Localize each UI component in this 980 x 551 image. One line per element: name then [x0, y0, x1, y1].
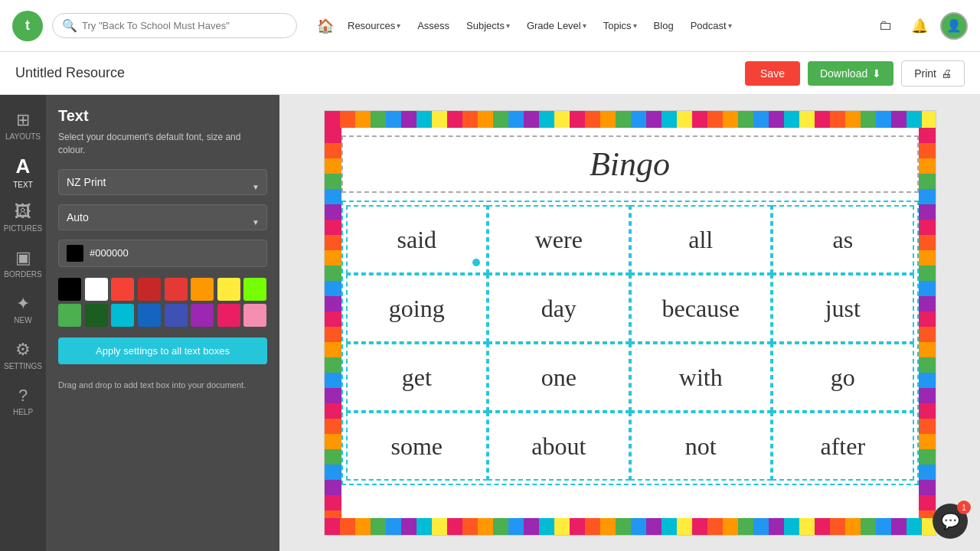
bingo-cell[interactable]: after	[772, 412, 914, 481]
bingo-grid-container: saidwereallasgoingdaybecausejustgetonewi…	[341, 201, 919, 485]
nav-links: 🏠 Resources ▾ Assess Subjects ▾ Grade Le…	[314, 15, 864, 37]
bingo-cell[interactable]: just	[772, 274, 914, 343]
panel-title: Text	[58, 107, 267, 125]
print-button[interactable]: Print 🖨	[901, 60, 965, 86]
color-cell[interactable]	[111, 278, 134, 301]
sidebar: ⊞ LAYOUTS A TEXT 🖼 PICTURES ▣ BORDERS ✦ …	[0, 95, 46, 551]
bingo-cell[interactable]: with	[630, 343, 773, 412]
nav-gradelevel[interactable]: Grade Level ▾	[521, 15, 593, 36]
color-cell[interactable]	[85, 304, 108, 327]
color-cell[interactable]	[191, 278, 214, 301]
color-preview-box	[67, 245, 83, 262]
chat-icon: 💬	[941, 512, 960, 530]
canvas-area[interactable]: Bingo saidwereallasgoingdaybecausejustge…	[279, 95, 980, 551]
nav-resources[interactable]: Resources ▾	[341, 15, 407, 36]
bingo-cell[interactable]: all	[630, 205, 773, 274]
download-button[interactable]: Download ⬇	[808, 61, 893, 86]
color-cell[interactable]	[58, 304, 81, 327]
nav-podcast[interactable]: Podcast ▾	[684, 15, 738, 36]
bell-icon[interactable]: 🔔	[906, 13, 933, 39]
color-cell[interactable]	[138, 278, 161, 301]
save-button[interactable]: Save	[745, 61, 800, 86]
bingo-cell[interactable]: not	[630, 412, 773, 481]
color-cell[interactable]	[85, 278, 108, 301]
layouts-icon: ⊞	[16, 110, 30, 130]
home-icon[interactable]: 🏠	[314, 15, 337, 37]
search-bar[interactable]: 🔍	[52, 13, 297, 38]
nav-blog[interactable]: Blog	[648, 15, 680, 36]
color-cell[interactable]	[243, 278, 266, 301]
folder-icon[interactable]: 🗀	[873, 13, 899, 39]
border-left	[325, 128, 341, 518]
search-input[interactable]	[82, 20, 287, 31]
chat-widget[interactable]: 💬 1	[933, 504, 968, 539]
apply-settings-button[interactable]: Apply settings to all text boxes	[58, 337, 267, 364]
color-cell[interactable]	[191, 304, 214, 327]
color-cell[interactable]	[165, 304, 188, 327]
settings-icon: ⚙	[15, 340, 31, 360]
logo-letter: t	[25, 18, 30, 34]
color-cell[interactable]	[58, 278, 81, 301]
text-panel: Text Select your document's default font…	[46, 95, 279, 551]
bingo-cell[interactable]: because	[630, 274, 773, 343]
subheader: Untitled Resource Save Download ⬇ Print …	[0, 52, 980, 95]
help-icon: ?	[18, 386, 28, 406]
nav-icons: 🗀 🔔 👤	[873, 12, 968, 40]
color-cell[interactable]	[138, 304, 161, 327]
color-grid	[58, 278, 267, 327]
logo[interactable]: t	[12, 11, 43, 41]
size-select[interactable]: Auto 81012 141618 2436	[58, 204, 267, 230]
bingo-cell[interactable]: as	[772, 205, 914, 274]
sidebar-item-new[interactable]: ✦ NEW	[0, 286, 46, 332]
chevron-down-icon: ▾	[728, 21, 732, 30]
nav-subjects[interactable]: Subjects ▾	[460, 15, 516, 36]
color-value: #000000	[90, 247, 129, 259]
font-select[interactable]: NZ Print Arial Comic Sans Times New Roma…	[58, 169, 267, 195]
new-icon: ✦	[16, 294, 30, 314]
sidebar-item-layouts[interactable]: ⊞ LAYOUTS	[0, 103, 46, 148]
color-cell[interactable]	[111, 304, 134, 327]
panel-description: Select your document's default font, siz…	[58, 131, 267, 157]
bingo-title: Bingo	[590, 145, 670, 183]
color-cell[interactable]	[217, 278, 240, 301]
chevron-down-icon: ▾	[583, 21, 586, 30]
page-title: Untitled Resource	[15, 65, 125, 81]
chat-badge: 1	[957, 500, 971, 514]
bingo-cell[interactable]: go	[772, 343, 914, 412]
color-swatch[interactable]: #000000	[58, 240, 267, 267]
bingo-cell[interactable]: some	[346, 412, 488, 481]
cursor-dot	[472, 259, 480, 266]
font-select-wrapper: NZ Print Arial Comic Sans Times New Roma…	[58, 169, 267, 204]
print-icon: 🖨	[941, 67, 952, 80]
sidebar-item-borders[interactable]: ▣ BORDERS	[0, 240, 46, 286]
border-right	[919, 128, 936, 518]
bingo-cell[interactable]: about	[488, 412, 630, 481]
size-select-wrapper: Auto 81012 141618 2436	[58, 204, 267, 240]
main-layout: ⊞ LAYOUTS A TEXT 🖼 PICTURES ▣ BORDERS ✦ …	[0, 95, 980, 551]
bingo-cell[interactable]: get	[346, 343, 488, 412]
download-icon: ⬇	[872, 67, 881, 80]
search-icon: 🔍	[62, 18, 77, 33]
sidebar-item-help[interactable]: ? HELP	[0, 378, 46, 424]
bingo-cell[interactable]: were	[488, 205, 630, 274]
color-cell[interactable]	[165, 278, 188, 301]
bingo-title-box[interactable]: Bingo	[341, 135, 919, 193]
drag-hint: Drag and drop to add text box into your …	[58, 380, 267, 391]
nav-assess[interactable]: Assess	[411, 15, 456, 36]
sidebar-item-text[interactable]: A TEXT	[0, 148, 46, 194]
pictures-icon: 🖼	[15, 202, 31, 222]
sidebar-item-pictures[interactable]: 🖼 PICTURES	[0, 194, 46, 240]
nav-topics[interactable]: Topics ▾	[597, 15, 643, 36]
bingo-cell[interactable]: going	[346, 274, 488, 343]
chevron-down-icon: ▾	[397, 21, 400, 30]
bingo-cell[interactable]: day	[488, 274, 630, 343]
avatar[interactable]: 👤	[940, 12, 968, 40]
color-cell[interactable]	[217, 304, 240, 327]
sidebar-item-settings[interactable]: ⚙ SETTINGS	[0, 332, 46, 378]
borders-icon: ▣	[15, 248, 31, 268]
top-navigation: t 🔍 🏠 Resources ▾ Assess Subjects ▾ Grad…	[0, 0, 980, 52]
border-top	[325, 111, 936, 128]
color-cell[interactable]	[243, 304, 266, 327]
bingo-cell[interactable]: one	[488, 343, 630, 412]
bingo-cell[interactable]: said	[346, 205, 488, 274]
